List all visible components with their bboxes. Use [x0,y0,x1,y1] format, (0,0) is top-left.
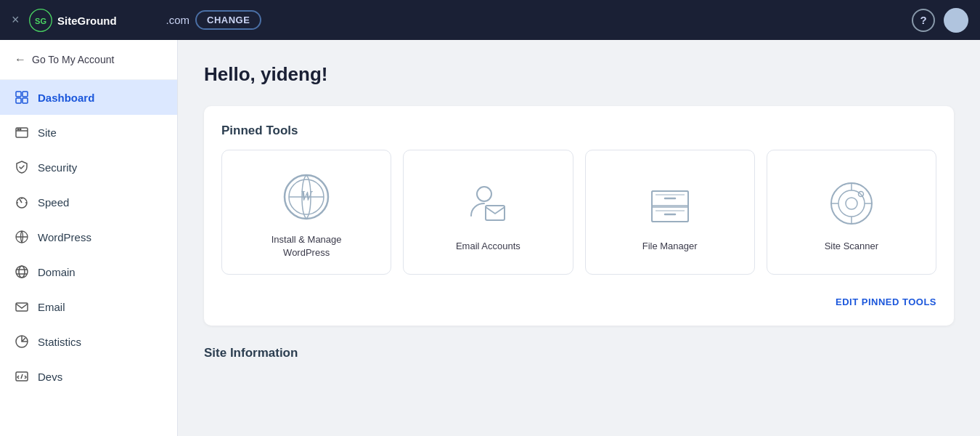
sidebar-item-label: Dashboard [38,92,94,104]
svg-text:SG: SG [35,17,46,25]
change-button[interactable]: CHANGE [195,10,261,30]
avatar[interactable] [944,8,968,33]
pinned-tools-title: Pinned Tools [221,124,936,138]
greeting-heading: Hello, yideng! [204,63,954,86]
tool-item-email[interactable]: Email Accounts [403,150,573,275]
main-layout: ← Go To My Account Dashboard [0,40,980,436]
sidebar-item-label: Domain [38,266,75,278]
sidebar-item-label: Site [38,126,57,139]
svg-rect-3 [16,92,21,97]
sitescanner-tool-icon [825,177,878,230]
edit-pinned-tools-area: EDIT PINNED TOOLS [221,289,936,308]
tool-item-wordpress[interactable]: W Install & ManageWordPress [221,150,391,275]
sidebar-item-email[interactable]: Email [0,289,177,324]
go-to-account-label: Go To My Account [32,54,114,65]
svg-point-13 [19,266,25,278]
tool-item-sitescanner[interactable]: Site Scanner [767,150,936,275]
sitescanner-tool-label: Site Scanner [825,240,878,253]
close-icon[interactable]: × [12,12,20,28]
pinned-tools-card: Pinned Tools W Install & Ma [204,106,954,326]
email-tool-icon [462,177,514,230]
sidebar-item-wordpress[interactable]: WordPress [0,219,177,254]
sidebar-item-domain[interactable]: Domain [0,254,177,289]
tool-item-filemanager[interactable]: File Manager [585,150,755,275]
svg-point-30 [838,190,865,217]
top-nav-right: ? [912,8,968,33]
email-icon [15,299,29,314]
wordpress-icon [15,230,29,244]
filemanager-tool-icon [644,177,696,230]
tools-grid: W Install & ManageWordPress [221,150,936,275]
svg-point-31 [846,198,857,209]
svg-rect-4 [23,92,28,97]
edit-pinned-tools-link[interactable]: EDIT PINNED TOOLS [836,296,936,307]
svg-point-9 [20,129,21,130]
svg-point-12 [16,266,28,278]
sidebar-item-label: WordPress [38,231,91,243]
svg-text:SiteGround: SiteGround [57,15,117,27]
speed-icon [15,195,29,209]
filemanager-tool-label: File Manager [642,240,698,253]
svg-rect-14 [16,303,28,311]
svg-rect-22 [652,191,688,222]
sidebar-item-devs[interactable]: Devs [0,359,177,394]
logo-area: SG SiteGround [28,8,152,33]
wordpress-tool-label: Install & ManageWordPress [271,233,342,259]
sidebar-item-dashboard[interactable]: Dashboard [0,80,177,115]
sidebar-item-speed[interactable]: Speed [0,185,177,219]
sidebar-item-label: Statistics [38,336,81,348]
wordpress-tool-icon: W [280,171,332,223]
site-icon [15,125,29,140]
svg-rect-5 [16,98,21,103]
domain-icon [15,265,29,279]
top-nav: × SG SiteGround .com CHANGE ? [0,0,980,40]
sidebar-nav: Dashboard Site [0,80,177,436]
site-info-title: Site Information [204,346,954,360]
siteground-logo: SG [28,8,53,33]
sidebar-item-security[interactable]: Security [0,150,177,185]
devs-icon [15,369,29,384]
domain-text: .com [166,14,190,26]
svg-rect-6 [23,98,28,103]
statistics-icon [15,334,29,349]
back-arrow-icon: ← [15,53,26,66]
sidebar-item-site[interactable]: Site [0,115,177,150]
security-icon [15,160,29,174]
sidebar-item-label: Devs [38,371,62,383]
sidebar: ← Go To My Account Dashboard [0,40,178,436]
email-tool-label: Email Accounts [456,240,520,253]
svg-text:W: W [301,189,314,203]
sidebar-item-label: Security [38,161,77,174]
sidebar-item-label: Speed [38,196,69,209]
main-content: Hello, yideng! Pinned Tools W [178,40,980,436]
help-button[interactable]: ? [912,9,935,32]
sidebar-item-statistics[interactable]: Statistics [0,324,177,359]
svg-point-20 [477,187,491,201]
svg-point-8 [17,129,19,130]
siteground-text-logo: SiteGround [57,12,152,28]
go-to-account-link[interactable]: ← Go To My Account [0,40,177,80]
dashboard-icon [15,90,29,105]
domain-info: .com CHANGE [166,10,262,30]
sidebar-item-label: Email [38,301,65,313]
